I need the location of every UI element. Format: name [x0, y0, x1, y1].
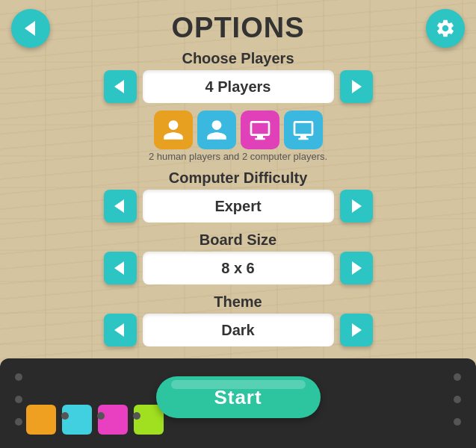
theme-value: Dark — [143, 314, 334, 346]
difficulty-value: Expert — [143, 190, 334, 223]
page-title: OPTIONS — [171, 12, 304, 44]
board-size-value: 8 x 6 — [143, 252, 334, 284]
board-size-prev-button[interactable] — [104, 252, 137, 284]
difficulty-label: Computer Difficulty — [169, 169, 308, 187]
monitor-icon — [248, 118, 272, 142]
players-prev-button[interactable] — [104, 70, 137, 103]
players-selector: 4 Players — [104, 70, 373, 103]
person-icon — [161, 118, 185, 142]
difficulty-next-button[interactable] — [340, 190, 373, 223]
human-player-1-icon — [154, 111, 193, 149]
board-dot — [15, 373, 22, 381]
theme-prev-button[interactable] — [104, 314, 137, 346]
board-connector-dot — [97, 412, 105, 420]
board-tiles — [26, 405, 164, 435]
back-button[interactable] — [11, 9, 50, 48]
person-icon — [205, 118, 229, 142]
board-dot — [454, 396, 461, 403]
difficulty-selector: Expert — [104, 190, 373, 223]
difficulty-prev-button[interactable] — [104, 190, 137, 223]
options-screen: OPTIONS Choose Players 4 Players — [0, 0, 476, 448]
human-player-2-icon — [197, 111, 236, 149]
tile-orange — [26, 405, 56, 435]
player-icons-row — [154, 111, 323, 149]
board-dot — [454, 418, 461, 426]
players-value: 4 Players — [143, 70, 334, 103]
tile-pink — [98, 405, 128, 435]
theme-label: Theme — [214, 293, 262, 311]
board-dot — [454, 373, 461, 381]
tile-cyan — [62, 405, 92, 435]
board-size-selector: 8 x 6 — [104, 252, 373, 284]
board-size-next-button[interactable] — [340, 252, 373, 284]
settings-button[interactable] — [426, 9, 465, 48]
players-next-button[interactable] — [340, 70, 373, 103]
theme-selector: Dark — [104, 314, 373, 346]
monitor-icon — [291, 118, 315, 142]
board-dot — [15, 396, 22, 403]
board-dot — [15, 418, 22, 426]
board-preview-area: Start — [0, 358, 476, 448]
board-connector-dot — [133, 412, 140, 420]
gear-icon — [435, 18, 456, 39]
start-button[interactable]: Start — [156, 376, 321, 418]
players-label: Choose Players — [182, 50, 294, 67]
player-description: 2 human players and 2 computer players. — [149, 151, 327, 162]
computer-player-2-icon — [284, 111, 323, 149]
theme-next-button[interactable] — [340, 314, 373, 346]
board-size-label: Board Size — [200, 231, 276, 249]
board-connector-dot — [61, 412, 69, 420]
computer-player-1-icon — [241, 111, 279, 149]
